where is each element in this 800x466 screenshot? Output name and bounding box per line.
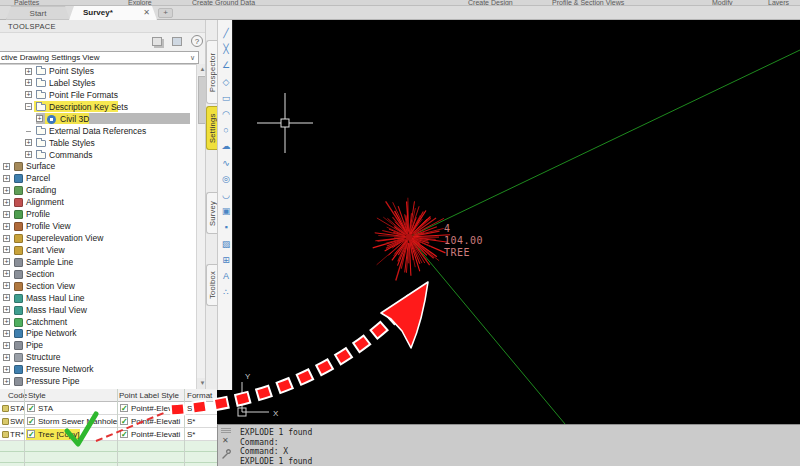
tree-item-parcel[interactable]: +Parcel [0, 172, 196, 184]
point-label-style-cell[interactable]: Point#-Elevati [131, 428, 184, 441]
tree-item-alignment[interactable]: +Alignment [0, 196, 196, 208]
style-cell[interactable]: Tree [Copy] [38, 428, 80, 441]
expand-icon[interactable]: + [25, 91, 32, 98]
tree-item-pipe-network[interactable]: +Pipe Network [0, 327, 196, 339]
expand-icon[interactable]: + [25, 68, 32, 75]
tree-item-sample-line[interactable]: +Sample Line [0, 256, 196, 268]
tree-item-description-key-sets[interactable]: −Description Key Sets [0, 101, 196, 113]
expand-icon[interactable]: + [3, 270, 10, 277]
tree-item-table-styles[interactable]: +Table Styles [0, 137, 196, 149]
tree-item-point-file-formats[interactable]: +Point File Formats [0, 89, 196, 101]
point-label-style-cell[interactable]: Point#-Elevati [131, 415, 184, 428]
tab-survey[interactable]: Survey* ✕ [69, 6, 157, 20]
tree-item-civil-3d[interactable]: +Civil 3D [0, 113, 196, 125]
panorama-toggle-icon[interactable] [152, 37, 162, 46]
preview-toggle-icon[interactable] [172, 37, 182, 46]
point-label-style-cell[interactable]: Point#-Elevati [131, 402, 184, 415]
style-checkbox[interactable]: ✓ [27, 404, 35, 412]
column-header-point-label-style[interactable]: Point Label Style [119, 389, 179, 402]
expand-icon[interactable]: + [3, 342, 10, 349]
tree-item-pressure-network[interactable]: +Pressure Network [0, 363, 196, 375]
chevron-down-icon[interactable]: ∨ [190, 52, 195, 63]
tree-item-structure[interactable]: +Structure [0, 351, 196, 363]
expand-icon[interactable]: + [3, 175, 10, 182]
column-header-format[interactable]: Format [187, 389, 212, 402]
tree-item-cant-view[interactable]: +Cant View [0, 244, 196, 256]
tree-item-grading[interactable]: +Grading [0, 184, 196, 196]
new-tab-button[interactable]: + [158, 8, 173, 18]
tree-item-mass-haul-line[interactable]: +Mass Haul Line [0, 292, 196, 304]
expand-icon[interactable]: + [3, 246, 10, 253]
tree-item-superelevation-view[interactable]: +Superelevation View [0, 232, 196, 244]
expand-icon[interactable]: + [3, 282, 10, 289]
label-style-checkbox[interactable]: ✓ [120, 430, 128, 438]
tree-item-label-styles[interactable]: +Label Styles [0, 77, 196, 89]
label-style-checkbox[interactable]: ✓ [120, 404, 128, 412]
spline-icon[interactable]: ∿ [218, 156, 234, 170]
settings-view-dropdown[interactable]: ctive Drawing Settings View ∨ [0, 51, 199, 64]
tree-item-mass-haul-view[interactable]: +Mass Haul View [0, 304, 196, 316]
tree-item-section[interactable]: +Section [0, 268, 196, 280]
code-cell[interactable]: TR* [10, 428, 24, 441]
arc-icon[interactable]: ◠ [218, 107, 234, 121]
tree-item-pipe[interactable]: +Pipe [0, 339, 196, 351]
format-cell[interactable]: S* [187, 402, 195, 415]
format-cell[interactable]: S* [187, 428, 195, 441]
style-cell[interactable]: Storm Sewer Manhole [38, 415, 117, 428]
tree-item-commands[interactable]: +Commands [0, 149, 196, 161]
revision-cloud-icon[interactable]: ☁ [218, 139, 234, 153]
hatch-icon[interactable]: ▨ [218, 237, 234, 251]
expand-icon[interactable]: + [3, 223, 10, 230]
expand-icon[interactable]: + [36, 115, 43, 122]
tree-item-external-data-references[interactable]: External Data References [0, 125, 196, 137]
multiple-points-icon[interactable]: ∴ [218, 285, 234, 299]
style-cell[interactable]: STA [38, 402, 53, 415]
tree-item-profile-view[interactable]: +Profile View [0, 220, 196, 232]
expand-icon[interactable]: + [3, 199, 10, 206]
ellipse-arc-icon[interactable]: ◡ [218, 188, 234, 202]
style-checkbox[interactable]: ✓ [27, 430, 35, 438]
expand-icon[interactable]: + [3, 318, 10, 325]
tree-item-profile[interactable]: +Profile [0, 208, 196, 220]
label-style-checkbox[interactable]: ✓ [120, 417, 128, 425]
palette-grip[interactable] [221, 428, 231, 433]
expand-icon[interactable]: + [25, 139, 32, 146]
expand-icon[interactable]: + [3, 163, 10, 170]
insert-block-icon[interactable]: ▣ [218, 204, 234, 218]
tree-item-point-styles[interactable]: +Point Styles [0, 65, 196, 77]
ellipse-icon[interactable]: ◎ [218, 172, 234, 186]
expand-icon[interactable]: + [3, 366, 10, 373]
expand-icon[interactable]: + [25, 79, 32, 86]
make-block-icon[interactable]: ▪ [218, 220, 234, 234]
expand-icon[interactable]: + [25, 151, 32, 158]
code-cell[interactable]: STA* [10, 402, 24, 415]
close-icon[interactable]: ✕ [222, 436, 229, 445]
expand-icon[interactable]: + [3, 187, 10, 194]
customize-wrench-icon[interactable] [221, 449, 231, 459]
column-header-style[interactable]: Style [28, 389, 46, 402]
tree-item-surface[interactable]: +Surface [0, 160, 196, 172]
code-cell[interactable]: SWMH [10, 415, 24, 428]
expand-icon[interactable]: + [3, 211, 10, 218]
model-canvas[interactable]: Y X 4 104.00 TREE [233, 20, 800, 424]
circle-icon[interactable]: ○ [218, 123, 234, 137]
expand-icon[interactable]: + [3, 258, 10, 265]
rectangle-icon[interactable]: ▭ [218, 91, 234, 105]
tree-item-pressure-pipe[interactable]: +Pressure Pipe [0, 375, 196, 387]
command-line-palette[interactable]: ✕ EXPLODE 1 foundCommand:Command: XEXPLO… [217, 424, 800, 466]
expand-icon[interactable]: + [3, 354, 10, 361]
polyline-icon[interactable]: ∠ [218, 58, 234, 72]
table-icon[interactable]: ⊞ [218, 253, 234, 267]
close-tab-icon[interactable]: ✕ [143, 6, 150, 20]
mtext-icon[interactable]: A [218, 269, 234, 283]
format-cell[interactable]: S* [187, 415, 195, 428]
tree-item-catchment[interactable]: +Catchment [0, 316, 196, 328]
command-history[interactable]: EXPLODE 1 foundCommand:Command: XEXPLODE… [240, 428, 312, 466]
polygon-icon[interactable]: ◇ [218, 75, 234, 89]
expand-icon[interactable]: + [3, 378, 10, 385]
tab-start[interactable]: Start [6, 6, 70, 20]
construction-line-icon[interactable]: ╳ [218, 42, 234, 56]
help-icon[interactable]: ? [191, 35, 203, 47]
expand-icon[interactable]: + [3, 330, 10, 337]
style-checkbox[interactable]: ✓ [27, 417, 35, 425]
